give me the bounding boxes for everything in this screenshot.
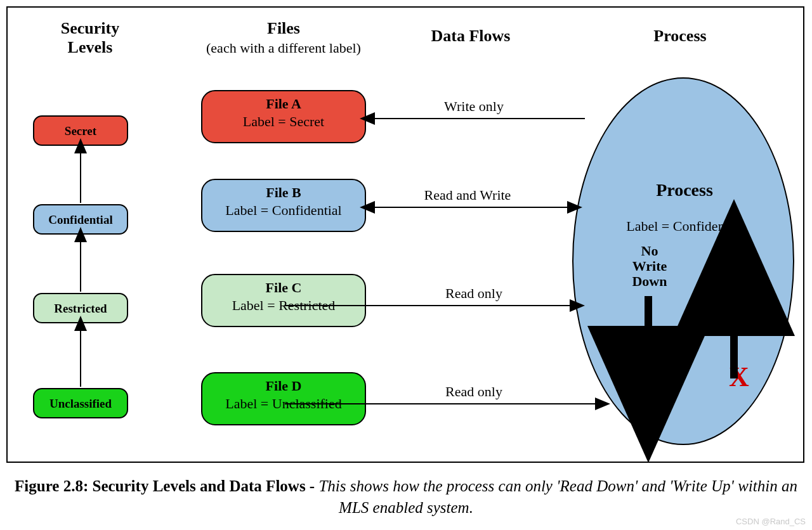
file-box-b: File B Label = Confidential	[201, 179, 366, 232]
process-ellipse: Process Label = Confidential No Write Do…	[572, 77, 794, 445]
heading-files-subtitle: (each with a different label)	[206, 40, 361, 56]
file-name: File D	[202, 377, 365, 395]
heading-files: Files (each with a different label)	[192, 19, 376, 57]
heading-process: Process	[617, 27, 743, 46]
file-label: Label = Secret	[202, 113, 365, 131]
process-label: Label = Confidential	[573, 218, 796, 235]
process-rule-no-read-up: No Read Up	[704, 243, 767, 290]
file-label: Label = Confidential	[202, 202, 365, 219]
caption-body: This shows how the process can only 'Rea…	[318, 477, 797, 516]
level-label: Secret	[65, 125, 96, 137]
level-label: Unclassified	[49, 398, 112, 410]
process-title: Process	[573, 180, 796, 200]
file-label: Label = Restricted	[202, 297, 365, 314]
red-x-read-up: X	[729, 361, 749, 393]
caption-lead: Figure 2.8: Security Levels and Data Flo…	[15, 477, 318, 494]
file-name: File B	[202, 184, 365, 202]
flow-label-b: Read and Write	[388, 187, 547, 204]
file-label: Label = Unclassified	[202, 395, 365, 413]
flow-label-a: Write only	[410, 98, 537, 115]
level-box-secret: Secret	[33, 115, 128, 146]
flow-label-c: Read only	[410, 285, 537, 302]
heading-files-title: Files	[267, 19, 300, 37]
diagram-frame: Security Levels Files (each with a diffe…	[6, 6, 804, 463]
heading-security-levels: Security Levels	[33, 19, 147, 57]
heading-data-flows: Data Flows	[407, 27, 534, 46]
flow-label-d: Read only	[410, 384, 537, 400]
level-box-confidential: Confidential	[33, 204, 128, 235]
watermark: CSDN @Rand_CS	[736, 517, 806, 526]
file-name: File A	[202, 95, 365, 113]
level-label: Restricted	[54, 302, 107, 314]
level-box-unclassified: Unclassified	[33, 388, 128, 418]
file-box-d: File D Label = Unclassified	[201, 372, 366, 425]
level-label: Confidential	[48, 214, 112, 226]
file-box-c: File C Label = Restricted	[201, 274, 366, 327]
red-x-write-down: X	[634, 348, 654, 380]
figure-caption: Figure 2.8: Security Levels and Data Flo…	[0, 475, 812, 519]
process-rule-no-write-down: No Write Down	[612, 243, 688, 290]
level-box-restricted: Restricted	[33, 293, 128, 323]
file-box-a: File A Label = Secret	[201, 90, 366, 143]
file-name: File C	[202, 279, 365, 297]
page-root: Security Levels Files (each with a diffe…	[0, 0, 812, 530]
